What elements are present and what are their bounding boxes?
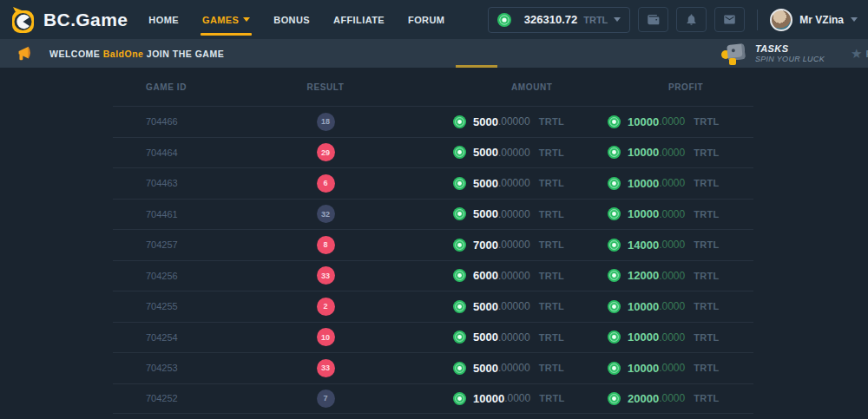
nav-home[interactable]: HOME (148, 0, 179, 39)
announcement-bar: WELCOME BaldOne JOIN THE GAME TASKS SPIN… (0, 39, 868, 68)
nav-affiliate[interactable]: AFFILIATE (333, 0, 385, 39)
trtl-coin-icon (453, 207, 466, 220)
favorites-shortcut[interactable]: ★ F (851, 47, 868, 60)
result-badge: 29 (317, 143, 335, 161)
profit-cell: 10000 .0000 TRTL (551, 300, 753, 313)
amount-decimals: .00000 (498, 177, 530, 189)
game-id: 704253 (113, 363, 278, 373)
table-row[interactable]: 704253 33 5000 .00000 TRTL 10000 .0000 T… (113, 352, 753, 383)
result-cell: 2 (278, 298, 373, 316)
tasks-subtitle: SPIN YOUR LUCK (755, 55, 825, 63)
main-content: GAME ID RESULT AMOUNT PROFIT 704466 18 5… (0, 68, 868, 414)
profit-cell: 10000 .0000 TRTL (551, 177, 753, 190)
amount-cell: 5000 .00000 TRTL (373, 207, 551, 220)
profit-integer: 20000 (628, 392, 659, 405)
profit-cell: 12000 .0000 TRTL (551, 269, 753, 282)
nav-forum[interactable]: FORUM (408, 0, 444, 39)
profit-currency: TRTL (694, 271, 719, 281)
result-cell: 29 (278, 143, 373, 161)
brand-title[interactable]: BC.Game (43, 10, 128, 30)
main-nav: HOME GAMES BONUS AFFILIATE FORUM (148, 0, 444, 39)
messages-button[interactable] (714, 7, 745, 32)
mail-icon (723, 13, 736, 26)
profit-currency: TRTL (694, 393, 719, 403)
notifications-button[interactable] (676, 7, 707, 32)
amount-cell: 7000 .00000 TRTL (373, 239, 551, 252)
amount-integer: 6000 (473, 269, 498, 282)
result-badge: 7 (317, 390, 335, 408)
user-menu[interactable]: Mr VZina (770, 9, 858, 31)
trtl-coin-icon (608, 177, 621, 190)
table-row[interactable]: 704254 10 5000 .00000 TRTL 10000 .0000 T… (113, 322, 753, 353)
trtl-coin-icon (608, 239, 621, 252)
wallet-button[interactable] (638, 7, 668, 32)
trtl-coin-icon (453, 239, 466, 252)
table-row[interactable]: 704461 32 5000 .00000 TRTL 10000 .0000 T… (113, 199, 753, 230)
trtl-coin-icon (608, 392, 621, 405)
result-cell: 10 (278, 328, 373, 346)
amount-integer: 5000 (473, 115, 498, 128)
balance-currency: TRTL (583, 15, 608, 25)
amount-decimals: .0000 (504, 392, 530, 404)
game-id: 704254 (113, 332, 278, 343)
profit-decimals: .0000 (659, 270, 685, 282)
profit-decimals: .0000 (659, 331, 685, 344)
table-row[interactable]: 704463 6 5000 .00000 TRTL 10000 .0000 TR… (113, 167, 753, 199)
table-row[interactable]: 704257 8 7000 .00000 TRTL 14000 .0000 TR… (113, 229, 753, 260)
bcgame-logo-icon[interactable] (9, 6, 36, 34)
trtl-coin-icon (453, 146, 466, 159)
profit-integer: 10000 (628, 300, 659, 313)
bets-table: GAME ID RESULT AMOUNT PROFIT 704466 18 5… (113, 68, 753, 414)
profit-cell: 10000 .0000 TRTL (551, 115, 753, 128)
profit-currency: TRTL (694, 301, 719, 311)
profit-currency: TRTL (694, 116, 719, 127)
amount-cell: 6000 .00000 TRTL (373, 269, 551, 282)
tasks-widget[interactable]: TASKS SPIN YOUR LUCK (721, 43, 825, 65)
result-cell: 32 (278, 205, 373, 223)
table-row[interactable]: 704256 33 6000 .00000 TRTL 12000 .0000 T… (113, 260, 753, 291)
trtl-coin-icon (453, 269, 466, 282)
profit-decimals: .0000 (659, 208, 685, 220)
result-badge: 10 (317, 328, 335, 346)
star-icon: ★ (851, 47, 862, 60)
profit-decimals: .0000 (659, 115, 685, 128)
result-cell: 33 (278, 359, 373, 377)
amount-cell: 5000 .00000 TRTL (373, 300, 551, 313)
profit-integer: 10000 (628, 115, 659, 128)
amount-decimals: .00000 (498, 239, 530, 251)
profit-integer: 10000 (628, 146, 659, 159)
profit-cell: 20000 .0000 TRTL (551, 392, 753, 405)
amount-integer: 5000 (473, 331, 498, 344)
nav-games[interactable]: GAMES (202, 0, 250, 39)
profit-cell: 10000 .0000 TRTL (551, 146, 753, 159)
amount-cell: 10000 .0000 TRTL (373, 392, 551, 405)
result-badge: 33 (317, 266, 335, 285)
avatar (770, 9, 792, 31)
table-row[interactable]: 704464 29 5000 .00000 TRTL 10000 .0000 T… (113, 137, 753, 168)
trtl-coin-icon (453, 331, 466, 344)
result-cell: 18 (278, 113, 373, 131)
amount-decimals: .00000 (498, 147, 530, 159)
nav-bonus[interactable]: BONUS (273, 0, 310, 39)
game-id: 704255 (113, 301, 278, 311)
chevron-down-icon (614, 17, 621, 22)
profit-decimals: .0000 (659, 177, 685, 189)
profit-integer: 14000 (628, 239, 659, 252)
profit-decimals: .0000 (659, 392, 685, 404)
profit-currency: TRTL (694, 209, 719, 219)
result-badge: 6 (317, 174, 335, 193)
chevron-down-icon (243, 17, 250, 22)
table-row[interactable]: 704252 7 10000 .0000 TRTL 20000 .0000 TR… (113, 383, 753, 415)
balance-selector[interactable]: 326310.72 TRTL (488, 7, 631, 33)
header-divider (757, 10, 758, 30)
trtl-coin-icon (453, 392, 466, 405)
trtl-coin-icon (608, 331, 621, 344)
user-name: Mr VZina (799, 14, 844, 26)
table-row[interactable]: 704466 18 5000 .00000 TRTL 10000 .0000 T… (113, 106, 753, 137)
result-badge: 8 (317, 236, 335, 254)
amount-decimals: .00000 (498, 300, 530, 312)
trtl-coin-icon (497, 13, 511, 27)
profit-decimals: .0000 (659, 362, 685, 374)
table-row[interactable]: 704255 2 5000 .00000 TRTL 10000 .0000 TR… (113, 291, 753, 322)
game-id: 704466 (113, 116, 278, 127)
